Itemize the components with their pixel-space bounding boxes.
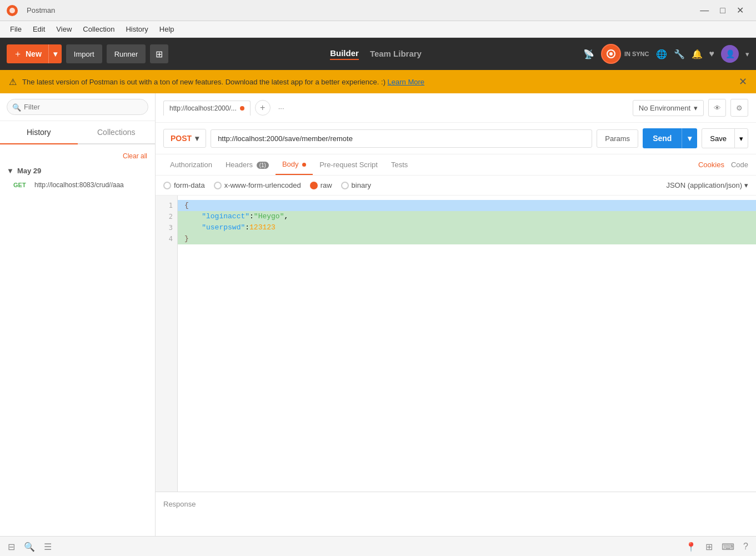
menu-help[interactable]: Help — [154, 23, 180, 36]
env-dropdown-icon: ▾ — [694, 104, 698, 112]
wrench-icon[interactable]: 🔧 — [674, 49, 685, 59]
user-avatar[interactable]: 👤 — [721, 45, 739, 63]
code-content[interactable]: { "loginacct":"Heygo", "userpswd":123123… — [178, 196, 756, 492]
keyboard-icon[interactable]: ⌨ — [722, 542, 734, 552]
radio-url-encoded[interactable] — [214, 182, 222, 189]
option-url-encoded[interactable]: x-www-form-urlencoded — [214, 181, 301, 189]
toolbar-center: Builder Team Library — [173, 48, 579, 60]
clear-all-button[interactable]: Clear all — [0, 149, 155, 163]
url-input[interactable] — [211, 129, 592, 148]
app-logo — [7, 5, 18, 16]
send-button[interactable]: Send ▾ — [643, 128, 697, 148]
url-tab-active[interactable]: http://localhost:2000/... — [163, 101, 251, 116]
sidebar-bottom-icon[interactable]: ☰ — [44, 542, 52, 552]
headers-count-badge: (1) — [257, 162, 269, 169]
option-raw[interactable]: raw — [310, 181, 332, 189]
team-library-tab[interactable]: Team Library — [370, 49, 422, 59]
sidebar: 🔍 History Collections Clear all ▼ May 29… — [0, 93, 156, 536]
option-form-data[interactable]: form-data — [163, 181, 205, 189]
columns-icon[interactable]: ⊞ — [705, 542, 713, 552]
new-dropdown[interactable]: ▾ — [48, 44, 62, 63]
sidebar-tabs: History Collections — [0, 121, 155, 144]
learn-more-link[interactable]: Learn More — [388, 78, 424, 86]
add-tab-button[interactable]: + — [255, 100, 271, 116]
gear-button[interactable]: ⚙ — [730, 99, 748, 117]
minimize-button[interactable]: — — [694, 3, 714, 18]
menu-history[interactable]: History — [120, 23, 153, 36]
code-line-1: { — [178, 200, 756, 211]
avatar-dropdown[interactable]: ▾ — [745, 50, 749, 58]
tab-headers[interactable]: Headers (1) — [219, 155, 276, 174]
main-area: 🔍 History Collections Clear all ▼ May 29… — [0, 93, 756, 536]
layout-button[interactable]: ⊞ — [150, 44, 168, 63]
save-dropdown-icon[interactable]: ▾ — [734, 129, 748, 148]
radio-binary[interactable] — [341, 182, 349, 189]
maximize-button[interactable]: □ — [714, 3, 731, 18]
sync-icon[interactable] — [601, 44, 621, 64]
new-button[interactable]: ＋ New ▾ — [7, 44, 62, 63]
sync-area: IN SYNC — [601, 44, 649, 64]
new-label: New — [26, 49, 42, 58]
response-label: Response — [163, 500, 196, 508]
response-section: Response — [156, 492, 756, 536]
tab-prerequest[interactable]: Pre-request Script — [313, 155, 384, 174]
svg-point-2 — [609, 52, 613, 56]
radio-form-data[interactable] — [163, 182, 171, 189]
tab-body[interactable]: Body — [276, 154, 313, 175]
tab-tests[interactable]: Tests — [384, 155, 414, 174]
save-label: Save — [702, 134, 734, 143]
history-item[interactable]: GET http://localhost:8083/crud//aaa — [7, 178, 148, 192]
filter-input[interactable] — [7, 99, 148, 115]
search-bottom-icon[interactable]: 🔍 — [24, 542, 35, 552]
filter-search-icon: 🔍 — [12, 103, 21, 111]
json-type-select[interactable]: JSON (application/json) ▾ — [666, 181, 748, 189]
history-group-header[interactable]: ▼ May 29 — [7, 163, 148, 178]
close-button[interactable]: ✕ — [731, 3, 749, 18]
toolbar-right: 📡 IN SYNC 🌐 🔧 🔔 ♥ 👤 ▾ — [583, 44, 749, 64]
titlebar: Postman — □ ✕ — [0, 0, 756, 21]
heart-icon[interactable]: ♥ — [709, 49, 715, 59]
location-icon[interactable]: 📍 — [685, 542, 697, 552]
toolbar: ＋ New ▾ Import Runner ⊞ Builder Team Lib… — [0, 38, 756, 70]
option-binary[interactable]: binary — [341, 181, 371, 189]
tab-authorization[interactable]: Authorization — [163, 155, 219, 174]
code-line-3: "userpswd":123123 — [178, 222, 756, 233]
plus-icon: ＋ — [13, 48, 22, 60]
bottom-right-icons: 📍 ⊞ ⌨ ? — [685, 542, 748, 552]
cookies-link[interactable]: Cookies — [698, 155, 724, 174]
code-editor: 1 2 3 4 { "loginacct":"Heygo", "userpswd… — [156, 196, 756, 492]
window-title: Postman — [22, 6, 694, 14]
globe-icon[interactable]: 🌐 — [656, 49, 667, 59]
bottom-left-icons: ⊟ 🔍 ☰ — [8, 542, 52, 552]
update-banner: ⚠ The latest version of Postman is out w… — [0, 70, 756, 93]
line-num-4: 4 — [156, 233, 177, 244]
eye-button[interactable]: 👁 — [708, 99, 726, 117]
url-tab-text: http://localhost:2000/... — [169, 104, 237, 112]
tab-history[interactable]: History — [0, 121, 78, 144]
code-link[interactable]: Code — [731, 155, 748, 174]
runner-button[interactable]: Runner — [107, 44, 146, 63]
builder-tab[interactable]: Builder — [330, 48, 359, 60]
help-icon[interactable]: ? — [743, 542, 748, 552]
url-tab-bar: http://localhost:2000/... + ··· No Envir… — [156, 93, 756, 123]
menu-view[interactable]: View — [51, 23, 77, 36]
banner-close-button[interactable]: ✕ — [739, 76, 747, 88]
line-num-2: 2 — [156, 211, 177, 222]
menu-file[interactable]: File — [4, 23, 27, 36]
layout-bottom-icon[interactable]: ⊟ — [8, 542, 15, 552]
radio-raw[interactable] — [310, 182, 318, 189]
more-tabs-button[interactable]: ··· — [275, 102, 288, 114]
send-dropdown-icon[interactable]: ▾ — [682, 128, 697, 148]
menu-edit[interactable]: Edit — [27, 23, 51, 36]
save-button[interactable]: Save ▾ — [702, 128, 748, 148]
banner-text: The latest version of Postman is out wit… — [22, 78, 739, 86]
method-select[interactable]: POST ▾ — [163, 129, 206, 148]
bell-icon[interactable]: 🔔 — [692, 49, 703, 59]
environment-select[interactable]: No Environment ▾ — [633, 100, 704, 116]
sidebar-filter-area: 🔍 — [0, 93, 155, 121]
tab-collections[interactable]: Collections — [78, 121, 156, 143]
satellite-icon[interactable]: 📡 — [583, 49, 594, 59]
menu-collection[interactable]: Collection — [77, 23, 120, 36]
params-button[interactable]: Params — [597, 129, 638, 148]
import-button[interactable]: Import — [66, 44, 102, 63]
